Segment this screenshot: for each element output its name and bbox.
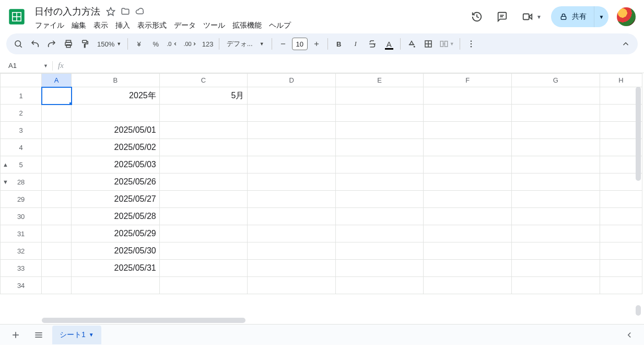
col-header-H[interactable]: H [600,74,642,87]
more-formats-button[interactable]: 123 [200,36,216,52]
cell[interactable] [512,260,600,277]
cell[interactable]: 2025/05/01 [72,122,160,139]
cell[interactable] [159,260,248,277]
row-header[interactable]: 30 [1,208,42,225]
cell[interactable] [512,122,600,139]
cell[interactable] [335,139,424,156]
cell[interactable] [512,242,600,260]
font-size-input[interactable]: 10 [292,38,308,50]
zoom-select[interactable]: 150%▼ [94,36,124,52]
cell[interactable] [335,105,424,122]
side-panel-toggle-icon[interactable] [621,327,638,343]
cell[interactable]: 2025/05/29 [72,225,160,242]
row-header[interactable]: 5▲ [1,156,42,173]
col-header-E[interactable]: E [335,74,424,87]
paint-format-icon[interactable] [77,36,93,52]
cell[interactable]: 5月 [159,87,248,105]
cell[interactable] [424,191,512,208]
fill-color-button[interactable] [404,36,419,52]
row-header[interactable]: 29 [1,191,42,208]
search-menus-icon[interactable] [10,36,26,52]
print-icon[interactable] [61,36,76,52]
cell[interactable]: 2025/05/02 [72,139,160,156]
cell[interactable] [42,173,72,191]
cell[interactable] [42,87,72,105]
strikethrough-button[interactable] [365,36,380,52]
doc-title[interactable]: 日付の入力方法 [31,5,103,18]
text-color-button[interactable]: A [381,36,397,52]
cell[interactable]: 2025/05/28 [72,208,160,225]
format-currency-button[interactable]: ¥ [131,36,147,52]
borders-button[interactable] [420,36,436,52]
cell[interactable] [248,191,336,208]
cell[interactable] [424,173,512,191]
cell[interactable] [159,277,248,294]
col-header-D[interactable]: D [248,74,336,87]
italic-button[interactable]: I [348,36,364,52]
cloud-status-icon[interactable] [133,4,147,19]
menu-file[interactable]: ファイル [31,20,68,31]
meet-button[interactable]: ▼ [517,6,547,27]
cell[interactable] [424,208,512,225]
cell[interactable] [335,87,424,105]
cell[interactable]: 2025年 [72,87,160,105]
cell[interactable] [512,208,600,225]
cell[interactable]: 2025/05/27 [72,191,160,208]
cell[interactable] [42,122,72,139]
cell[interactable] [512,139,600,156]
collapse-toolbar-icon[interactable] [618,36,634,52]
group-collapse-down-icon[interactable]: ▼ [3,179,8,185]
format-percent-button[interactable]: % [148,36,163,52]
row-header[interactable]: 4 [1,139,42,156]
col-header-C[interactable]: C [159,74,248,87]
cell[interactable] [42,156,72,173]
increase-font-size-button[interactable] [309,36,324,52]
row-header[interactable]: 31 [1,225,42,242]
col-header-A[interactable]: A [42,74,72,87]
cell[interactable] [159,191,248,208]
cell[interactable] [159,242,248,260]
cell[interactable]: 2025/05/31 [72,260,160,277]
menu-insert[interactable]: 挿入 [112,20,134,31]
cell[interactable] [42,225,72,242]
sheets-logo[interactable] [6,6,27,27]
redo-icon[interactable] [44,36,60,52]
cell[interactable] [159,139,248,156]
vertical-scrollbar[interactable] [636,87,642,316]
cell[interactable] [42,260,72,277]
cell[interactable] [512,225,600,242]
undo-icon[interactable] [27,36,43,52]
font-family-select[interactable]: デフォ...▼ [223,36,268,52]
row-header[interactable]: 28▼ [1,173,42,191]
name-box[interactable]: A1 ▼ [0,62,52,70]
cell[interactable]: 2025/05/03 [72,156,160,173]
menu-tools[interactable]: ツール [200,20,229,31]
cell[interactable] [248,225,336,242]
cell[interactable] [424,260,512,277]
cell[interactable] [248,208,336,225]
cell[interactable] [335,173,424,191]
row-header[interactable]: 3 [1,122,42,139]
bold-button[interactable]: B [331,36,347,52]
cell[interactable] [512,156,600,173]
cell[interactable] [248,277,336,294]
cell[interactable] [424,277,512,294]
horizontal-scrollbar[interactable] [42,317,634,324]
row-header[interactable]: 2 [1,105,42,122]
cell[interactable] [424,122,512,139]
cell[interactable] [512,277,600,294]
cell[interactable] [512,105,600,122]
row-header[interactable]: 1 [1,87,42,105]
sheet-tab-1[interactable]: シート1 ▼ [52,326,101,344]
cell[interactable] [424,225,512,242]
cell[interactable] [248,122,336,139]
cell[interactable] [42,208,72,225]
cell[interactable] [42,242,72,260]
share-dropdown[interactable]: ▼ [594,6,608,27]
cell[interactable] [335,277,424,294]
cell[interactable] [512,87,600,105]
cell[interactable] [42,139,72,156]
history-icon[interactable] [466,6,487,27]
cell[interactable] [335,156,424,173]
menu-format[interactable]: 表示形式 [134,20,170,31]
